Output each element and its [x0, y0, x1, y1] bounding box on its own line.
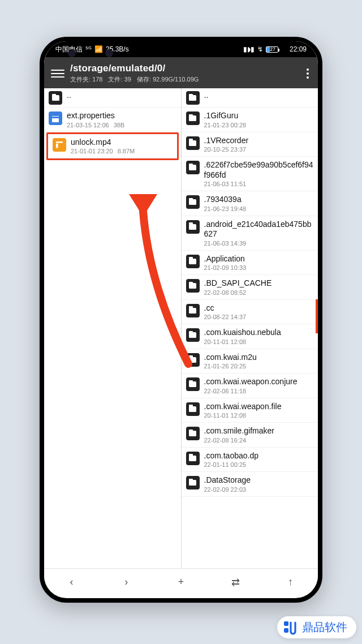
folder-icon	[186, 255, 200, 268]
nfc-icon: ↯	[257, 45, 263, 53]
folder-date: 22-01-11 00:25	[204, 461, 247, 468]
folder-date: 22-02-08 16:24	[204, 437, 247, 444]
folder-item[interactable]: .com.kwai.weapon.conjure22-02-06 11:18	[182, 373, 318, 398]
folder-name: .com.kwai.weapon.conjure	[204, 377, 314, 387]
folder-item[interactable]: .DataStorage22-02-09 22:03	[182, 472, 318, 497]
nav-back[interactable]: ‹	[60, 576, 83, 588]
folder-name: .1VRecorder	[204, 136, 314, 146]
file-item[interactable]: ext.properties21-03-15 12:0638B	[44, 108, 181, 132]
svg-rect-1	[284, 621, 288, 626]
watermark-icon	[283, 620, 298, 635]
folder-name: .6226f7cbe59e99a90b5cef6f94f966fd	[204, 160, 314, 180]
folder-item[interactable]: .7934039a21-06-23 19:48	[182, 191, 318, 216]
file-name: unlock.mp4	[71, 138, 173, 148]
folder-item[interactable]: .com.taobao.dp22-01-11 00:25	[182, 448, 318, 473]
folder-icon	[186, 427, 200, 440]
folder-item[interactable]: .6226f7cbe59e99a90b5cef6f94f966fd21-06-0…	[182, 157, 318, 191]
folder-item[interactable]: .cc20-08-22 14:37	[182, 300, 318, 325]
phone-frame: 中国电信 ⁵ᴳ 📶 25.3B/s ▮◗▮ ↯ 27 22:09 /storag…	[40, 37, 322, 603]
video-icon	[53, 138, 66, 152]
folder-name: .android_e21c40ada1eb475bb627	[204, 220, 314, 239]
folder-name: .com.kwai.m2u	[204, 353, 314, 363]
notch	[139, 41, 223, 53]
folder-icon	[186, 195, 200, 209]
nav-add[interactable]: +	[170, 576, 192, 588]
watermark-text: 鼎品软件	[302, 620, 347, 635]
folder-name: .BD_SAPI_CACHE	[204, 278, 314, 289]
folder-item[interactable]: .1VRecorder20-10-25 23:37	[182, 132, 318, 157]
file-size: 38B	[114, 122, 125, 128]
folder-date: 20-10-25 23:37	[204, 146, 247, 153]
vibrate-icon: ▮◗▮	[243, 45, 255, 53]
folder-item[interactable]: .BD_SAPI_CACHE22-02-08 08:52	[182, 275, 318, 300]
folder-item[interactable]: .com.kuaishou.nebula20-11-01 12:08	[182, 324, 318, 349]
folder-date: 22-02-06 11:18	[204, 388, 247, 394]
file-date: 21-01-01 23:20	[71, 148, 113, 154]
folder-count: 178	[92, 76, 102, 83]
folder-icon	[186, 304, 200, 317]
folder-icon	[186, 328, 200, 342]
folder-name: .Application	[204, 254, 314, 264]
nav-swap[interactable]: ⇄	[225, 576, 247, 589]
up-directory[interactable]: ..	[44, 88, 181, 108]
doc-icon	[49, 111, 62, 125]
folder-date: 21-01-23 00:28	[204, 122, 247, 128]
bottom-nav: ‹ › + ⇄ ↑	[44, 568, 318, 595]
folder-icon	[186, 402, 200, 416]
file-count: 39	[124, 76, 131, 83]
folder-date: 21-01-26 20:25	[204, 363, 247, 370]
folder-icon	[186, 136, 200, 150]
folder-name: .com.smile.gifmaker	[204, 426, 314, 436]
svg-rect-2	[284, 628, 288, 633]
left-pane[interactable]: .. ext.properties21-03-15 12:0638Bunlock…	[44, 88, 182, 568]
scroll-indicator	[316, 299, 318, 333]
nav-up[interactable]: ↑	[279, 576, 302, 588]
folder-icon	[186, 452, 200, 465]
folder-date: 21-06-03 14:39	[204, 240, 247, 247]
folder-date: 20-11-01 12:08	[204, 412, 247, 419]
folder-name: .com.kwai.weapon.file	[204, 402, 314, 412]
folder-icon	[186, 476, 200, 490]
folder-date: 21-02-09 10:33	[204, 264, 247, 271]
file-name: ext.properties	[67, 111, 176, 121]
folder-item[interactable]: .com.kwai.weapon.file20-11-01 12:08	[182, 398, 318, 423]
file-item[interactable]: unlock.mp421-01-01 23:208.87M	[48, 134, 177, 159]
folder-icon	[186, 377, 200, 391]
folder-date: 22-02-08 08:52	[204, 289, 247, 296]
folder-icon	[49, 91, 62, 105]
folder-date: 20-11-01 12:08	[204, 338, 247, 345]
folder-icon	[186, 91, 200, 105]
folder-item[interactable]: .com.kwai.m2u21-01-26 20:25	[182, 349, 318, 374]
folder-icon	[186, 279, 200, 293]
up-directory[interactable]: ..	[182, 88, 318, 108]
folder-item[interactable]: .android_e21c40ada1eb475bb62721-06-03 14…	[182, 216, 318, 251]
folder-name: .DataStorage	[204, 475, 314, 486]
folder-item[interactable]: .Application21-02-09 10:33	[182, 251, 318, 276]
folder-date: 22-02-09 22:03	[204, 486, 247, 493]
clock: 22:09	[290, 45, 307, 53]
folder-date: 21-06-03 11:51	[204, 181, 247, 187]
folder-icon	[186, 161, 200, 174]
more-button[interactable]	[304, 68, 311, 79]
app-header: /storage/emulated/0/ 文件夹: 178 文件: 39 储存:…	[44, 57, 318, 88]
folder-item[interactable]: .1GifGuru21-01-23 00:28	[182, 108, 318, 132]
folder-date: 20-08-22 14:37	[204, 314, 247, 320]
folder-name: .7934039a	[204, 195, 314, 205]
right-pane[interactable]: .. .1GifGuru21-01-23 00:28.1VRecorder20-…	[182, 88, 318, 568]
folder-date: 21-06-23 19:48	[204, 205, 247, 212]
camera-cutout	[68, 49, 113, 57]
folder-icon	[186, 353, 200, 367]
file-date: 21-03-15 12:06	[67, 122, 109, 128]
folder-icon	[186, 220, 200, 234]
folder-name: .com.taobao.dp	[204, 451, 314, 461]
folder-name: .1GifGuru	[204, 111, 314, 121]
storage-usage: 92.99G/110.09G	[153, 76, 199, 83]
battery-pct: 27	[270, 46, 275, 52]
current-path[interactable]: /storage/emulated/0/	[70, 63, 299, 74]
folder-name: .cc	[204, 303, 314, 314]
watermark: 鼎品软件	[277, 616, 356, 638]
folder-item[interactable]: .com.smile.gifmaker22-02-08 16:24	[182, 423, 318, 448]
menu-button[interactable]	[51, 70, 64, 78]
nav-forward[interactable]: ›	[115, 576, 137, 588]
folder-icon	[186, 111, 200, 125]
